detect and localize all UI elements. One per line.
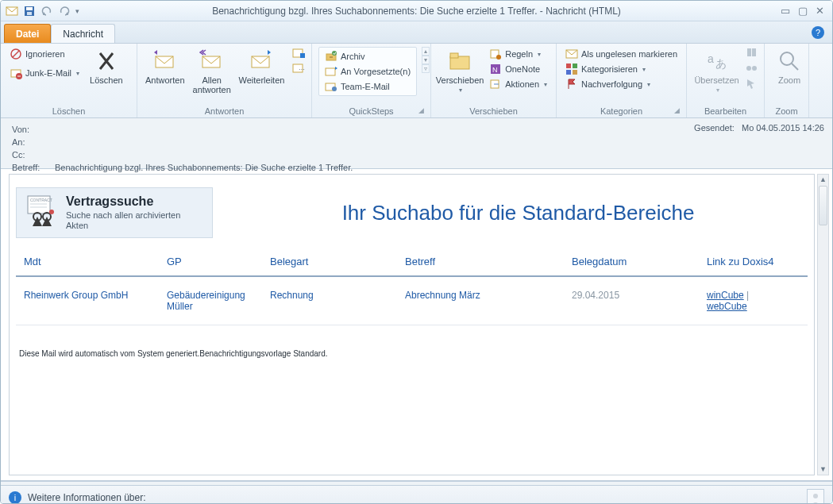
link-webcube[interactable]: webCube bbox=[707, 301, 747, 312]
quicksteps-up[interactable]: ▴ bbox=[422, 47, 430, 56]
find-icon[interactable] bbox=[745, 47, 758, 61]
forward-icon bbox=[249, 48, 274, 74]
svg-point-20 bbox=[332, 87, 337, 91]
archive-icon bbox=[325, 50, 337, 63]
reply-all-icon bbox=[199, 48, 225, 74]
info-icon: i bbox=[9, 491, 21, 504]
regeln-button[interactable]: Regeln▾ bbox=[487, 47, 550, 61]
undo-icon[interactable] bbox=[40, 5, 53, 17]
loeschen-button[interactable]: Löschen bbox=[87, 47, 126, 87]
reply-icon bbox=[152, 48, 178, 74]
footnote: Diese Mail wird automatisch vom System g… bbox=[19, 349, 808, 358]
scroll-thumb[interactable] bbox=[819, 186, 827, 225]
categorize-icon bbox=[565, 63, 578, 75]
cell-mdt: Rheinwerk Group GmbH bbox=[16, 276, 159, 325]
ribbon: Ignorieren Junk-E-Mail▾ Löschen Löschen … bbox=[1, 44, 832, 118]
allen-antworten-button[interactable]: Allen antworten bbox=[191, 47, 232, 96]
meeting-reply-icon[interactable] bbox=[292, 47, 305, 61]
group-label-loeschen: Löschen bbox=[7, 106, 130, 116]
tab-datei[interactable]: Datei bbox=[4, 24, 51, 43]
help-icon[interactable]: ? bbox=[812, 26, 824, 39]
svg-rect-30 bbox=[573, 63, 577, 68]
ignorieren-button[interactable]: Ignorieren bbox=[7, 47, 82, 61]
table-row: Rheinwerk Group GmbH Gebäudereinigung Mü… bbox=[16, 276, 808, 325]
svg-point-39 bbox=[781, 52, 793, 65]
vertical-scrollbar[interactable]: ▲ ▼ bbox=[817, 174, 829, 475]
group-label-zoom: Zoom bbox=[771, 106, 802, 116]
nachverfolgung-button[interactable]: Nachverfolgung▾ bbox=[563, 77, 680, 91]
svg-rect-35 bbox=[747, 48, 751, 56]
weiterleiten-button[interactable]: Weiterleiten bbox=[237, 47, 286, 87]
cell-gp: Gebäudereinigung Müller bbox=[159, 276, 262, 325]
redo-icon[interactable] bbox=[58, 5, 71, 17]
uebersetzen-button[interactable]: aあÜbersetzen▾ bbox=[693, 47, 740, 95]
more-respond-icon[interactable]: ⋯ bbox=[292, 62, 305, 76]
quicksteps-launcher-icon[interactable]: ◢ bbox=[418, 106, 424, 114]
group-label-verschieben: Verschieben bbox=[438, 106, 550, 116]
svg-rect-32 bbox=[573, 70, 577, 75]
verschieben-button[interactable]: Verschieben▾ bbox=[438, 47, 482, 95]
an-label: An: bbox=[12, 136, 47, 148]
onenote-button[interactable]: NOneNote bbox=[487, 62, 550, 76]
scroll-up-icon[interactable]: ▲ bbox=[818, 175, 828, 185]
svg-point-38 bbox=[752, 66, 757, 71]
cc-label: Cc: bbox=[12, 148, 47, 161]
junk-button[interactable]: Junk-E-Mail▾ bbox=[7, 66, 82, 80]
col-link: Link zu Doxis4 bbox=[699, 246, 808, 276]
kategorisieren-button[interactable]: Kategorisieren▾ bbox=[563, 62, 680, 76]
ungelesen-button[interactable]: Als ungelesen markieren bbox=[563, 47, 680, 61]
hero-title: Vertragssuche bbox=[66, 194, 204, 209]
select-icon[interactable] bbox=[745, 77, 758, 91]
quickstep-team[interactable]: Team-E-Mail bbox=[322, 79, 413, 94]
svg-point-37 bbox=[746, 66, 751, 71]
svg-rect-2 bbox=[26, 7, 33, 10]
qat-dropdown-icon[interactable]: ▾ bbox=[75, 7, 79, 15]
col-belegart: Belegart bbox=[262, 246, 397, 276]
contract-search-icon: CONTRACT bbox=[25, 194, 60, 229]
svg-rect-3 bbox=[27, 12, 32, 15]
antworten-button[interactable]: Antworten bbox=[144, 47, 186, 87]
svg-text:あ: あ bbox=[715, 57, 727, 70]
save-icon[interactable] bbox=[23, 5, 36, 17]
hero-box: CONTRACT Vertragssuche Suche nach allen … bbox=[16, 187, 213, 238]
minimize-button[interactable]: ▭ bbox=[781, 5, 790, 17]
von-label: Von: bbox=[12, 123, 47, 136]
related-icon[interactable] bbox=[745, 62, 758, 76]
message-header: Gesendet: Mo 04.05.2015 14:26 Von: An: C… bbox=[1, 118, 832, 169]
quicksteps-more[interactable]: ▿ bbox=[422, 64, 430, 73]
group-label-bearbeiten: Bearbeiten bbox=[693, 106, 758, 116]
title-bar: ▾ Benachrichtigung bzgl. Ihres Suchabonn… bbox=[1, 1, 832, 21]
svg-line-40 bbox=[792, 63, 798, 70]
message-body: CONTRACT Vertragssuche Suche nach allen … bbox=[9, 174, 815, 475]
footer-text: Weitere Informationen über: bbox=[28, 492, 146, 503]
mail-icon bbox=[6, 5, 18, 17]
avatar-icon[interactable] bbox=[807, 489, 824, 504]
aktionen-button[interactable]: Aktionen▾ bbox=[487, 77, 550, 91]
results-table: Mdt GP Belegart Betreff Belegdatum Link … bbox=[16, 246, 808, 325]
gesendet-value: Mo 04.05.2015 14:26 bbox=[742, 123, 824, 133]
link-wincube[interactable]: winCube bbox=[707, 290, 744, 301]
svg-rect-29 bbox=[566, 63, 571, 68]
zoom-button[interactable]: Zoom bbox=[771, 47, 808, 87]
tab-nachricht[interactable]: Nachricht bbox=[51, 24, 115, 43]
zoom-icon bbox=[777, 48, 802, 74]
quick-access-toolbar: ▾ bbox=[1, 5, 79, 17]
kategorien-launcher-icon[interactable]: ◢ bbox=[674, 106, 680, 114]
quickstep-vorgesetzte[interactable]: An Vorgesetzte(n) bbox=[322, 64, 413, 79]
maximize-button[interactable]: ▢ bbox=[798, 5, 808, 17]
col-betreff: Betreff bbox=[397, 246, 564, 276]
translate-icon: aあ bbox=[704, 48, 730, 74]
quickstep-archiv[interactable]: Archiv bbox=[322, 49, 413, 63]
cell-links: winCube | webCube bbox=[699, 276, 808, 325]
svg-rect-13 bbox=[300, 53, 305, 58]
actions-icon bbox=[489, 78, 502, 90]
svg-text:⋯: ⋯ bbox=[299, 66, 305, 73]
delete-icon bbox=[94, 48, 119, 74]
close-button[interactable]: ✕ bbox=[816, 5, 824, 17]
group-label-kategorien: Kategorien◢ bbox=[563, 106, 680, 116]
cell-belegdatum: 29.04.2015 bbox=[564, 276, 699, 325]
rules-icon bbox=[489, 48, 502, 60]
quicksteps-down[interactable]: ▾ bbox=[422, 56, 430, 64]
unread-icon bbox=[565, 48, 578, 60]
scroll-down-icon[interactable]: ▼ bbox=[818, 464, 828, 475]
